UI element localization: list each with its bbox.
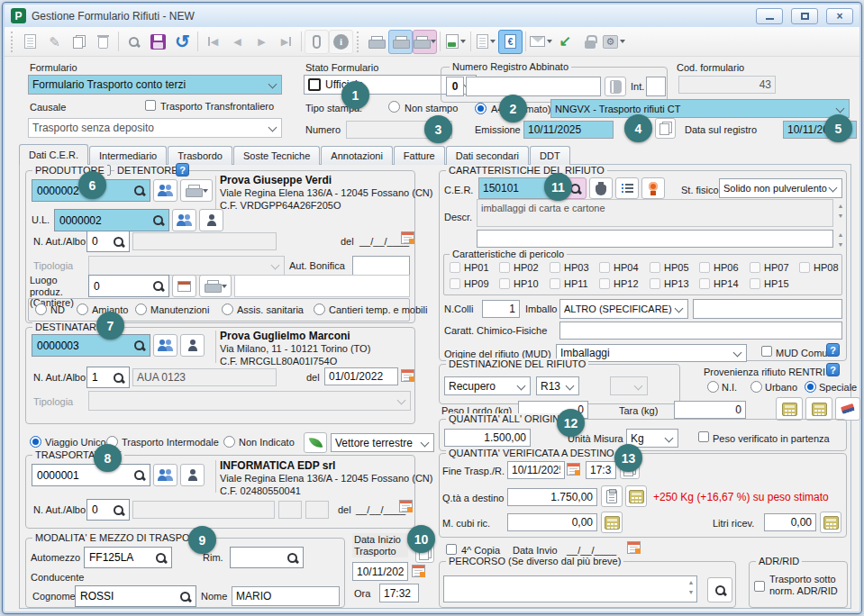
- chimico-fisiche-field[interactable]: [559, 322, 842, 340]
- hp12-checkbox[interactable]: [599, 278, 610, 289]
- hp07-checkbox[interactable]: [750, 262, 760, 273]
- hp08-checkbox[interactable]: [799, 262, 810, 273]
- search-icon[interactable]: [113, 504, 124, 516]
- ni-radio[interactable]: [707, 381, 719, 393]
- r13-select[interactable]: R13: [536, 376, 579, 395]
- produttore-anagrafica-button[interactable]: [153, 179, 177, 202]
- calc-tara-button[interactable]: [805, 397, 832, 421]
- quarta-copia-checkbox[interactable]: [446, 544, 457, 555]
- calendar-icon[interactable]: [412, 565, 425, 577]
- qta-paste-button[interactable]: [601, 485, 623, 507]
- produttore-print-button[interactable]: [180, 179, 213, 202]
- search-button[interactable]: [122, 30, 146, 54]
- tab-dati-cer[interactable]: Dati C.E.R.: [19, 144, 88, 165]
- invoice-button[interactable]: €: [498, 30, 523, 54]
- causale-select[interactable]: Trasporto senza deposito: [28, 118, 282, 138]
- lock-button[interactable]: [578, 30, 602, 54]
- mail-button[interactable]: [529, 30, 553, 54]
- calc-peso-button[interactable]: [776, 397, 803, 421]
- cognome-field[interactable]: ROSSI: [75, 585, 196, 607]
- registro-prefix-field[interactable]: 0: [446, 77, 464, 96]
- int-field[interactable]: [646, 77, 666, 96]
- document-button[interactable]: [474, 30, 498, 54]
- litri-calc-button[interactable]: [820, 512, 841, 533]
- tipo-manutenzioni-radio[interactable]: [135, 303, 147, 315]
- percorso-textarea[interactable]: [443, 575, 697, 602]
- search-icon[interactable]: [113, 236, 124, 248]
- litri-field[interactable]: 0,00: [764, 513, 816, 531]
- mud-help-icon[interactable]: ?: [826, 343, 840, 357]
- maximize-button[interactable]: [791, 8, 818, 24]
- search-icon[interactable]: [179, 591, 191, 602]
- hp03-checkbox[interactable]: [550, 262, 560, 273]
- tipo-assistenza-radio[interactable]: [222, 303, 233, 315]
- rentri-help-icon[interactable]: ?: [826, 363, 840, 376]
- tab-dati-secondari[interactable]: Dati secondari: [446, 146, 529, 165]
- trasportatore-referente-button[interactable]: [180, 464, 205, 486]
- fine-trasporto-ora-field[interactable]: 17:32: [586, 461, 616, 479]
- rimorchio-field[interactable]: [230, 547, 304, 568]
- data-invio-value[interactable]: __/__/____: [567, 545, 616, 557]
- percorso-search-button[interactable]: [707, 577, 732, 602]
- last-record-button[interactable]: ▶: [274, 30, 298, 54]
- destinatario-referente-button[interactable]: [180, 334, 205, 357]
- tipo-amianto-radio[interactable]: [77, 303, 88, 315]
- calendar-icon[interactable]: [567, 463, 580, 476]
- ncolli-field[interactable]: 1: [482, 300, 520, 318]
- toolbar-grip[interactable]: [357, 32, 360, 52]
- cantiere-window-button[interactable]: [172, 275, 196, 297]
- percorso-scroll[interactable]: ▲▼: [686, 579, 696, 595]
- hp01-checkbox[interactable]: [450, 262, 460, 273]
- destinatario-aut-field[interactable]: 1: [86, 367, 130, 388]
- calendar-icon[interactable]: [401, 369, 414, 382]
- print-preview-button[interactable]: [388, 30, 413, 54]
- recupero-select[interactable]: Recupero: [444, 376, 531, 395]
- copy-date-button[interactable]: [655, 118, 676, 139]
- settings-button[interactable]: ⚙: [602, 30, 626, 54]
- transfrontaliero-checkbox[interactable]: [145, 100, 156, 111]
- aut-bonifica-field[interactable]: [352, 256, 410, 276]
- registro-number-field[interactable]: [466, 77, 601, 96]
- search-icon[interactable]: [286, 552, 298, 564]
- detentore-help-icon[interactable]: ?: [176, 163, 189, 177]
- quantita-origine-field[interactable]: 1.500,00: [444, 429, 531, 447]
- tipo-cantieri-radio[interactable]: [314, 303, 325, 315]
- trasportatore-aut-field[interactable]: 0: [86, 499, 130, 521]
- viaggio-unico-radio[interactable]: [30, 436, 41, 448]
- hp10-checkbox[interactable]: [499, 278, 510, 289]
- hp11-checkbox[interactable]: [550, 278, 560, 289]
- attachments-button[interactable]: [305, 30, 329, 54]
- produttore-ul-field[interactable]: 0000002: [54, 209, 169, 231]
- calendar-icon[interactable]: [399, 500, 413, 512]
- print-button[interactable]: [364, 30, 388, 54]
- tab-fatture[interactable]: Fatture: [394, 146, 445, 165]
- cantiere-print-button[interactable]: [199, 275, 232, 297]
- destinatario-code-field[interactable]: 0000003: [32, 334, 150, 357]
- search-icon[interactable]: [133, 340, 145, 351]
- emissione-field[interactable]: 10/11/2025: [523, 121, 614, 139]
- qta-calc-button[interactable]: [625, 485, 647, 507]
- non-stampo-radio[interactable]: [388, 101, 400, 113]
- close-button[interactable]: ×: [826, 8, 853, 24]
- hp04-checkbox[interactable]: [599, 262, 610, 273]
- vettore-select[interactable]: Vettore terrestre: [331, 433, 434, 452]
- next-record-button[interactable]: ▶: [250, 30, 274, 54]
- nome-field[interactable]: MARIO: [232, 586, 340, 606]
- search-icon[interactable]: [133, 185, 145, 196]
- minimize-button[interactable]: [756, 8, 783, 24]
- ora-field[interactable]: 17:32: [379, 584, 419, 602]
- copy-button[interactable]: [67, 30, 91, 54]
- urbano-radio[interactable]: [750, 381, 762, 393]
- tab-ddt[interactable]: DDT: [530, 146, 570, 165]
- trasportatore-del-date[interactable]: __/__/____: [356, 504, 405, 516]
- ul-anagrafica-button[interactable]: [172, 209, 196, 231]
- tipo-nd-radio[interactable]: [35, 303, 47, 315]
- ul-referente-button[interactable]: [199, 209, 223, 231]
- revert-button[interactable]: ↙: [553, 30, 578, 54]
- delete-button[interactable]: [91, 30, 115, 54]
- descrizione2-textarea[interactable]: [477, 230, 833, 248]
- hp13-checkbox[interactable]: [650, 278, 660, 289]
- tara-field[interactable]: 0: [674, 401, 746, 419]
- search-icon[interactable]: [133, 469, 145, 481]
- descrizione-textarea[interactable]: imballaggi di carta e cartone: [477, 199, 833, 227]
